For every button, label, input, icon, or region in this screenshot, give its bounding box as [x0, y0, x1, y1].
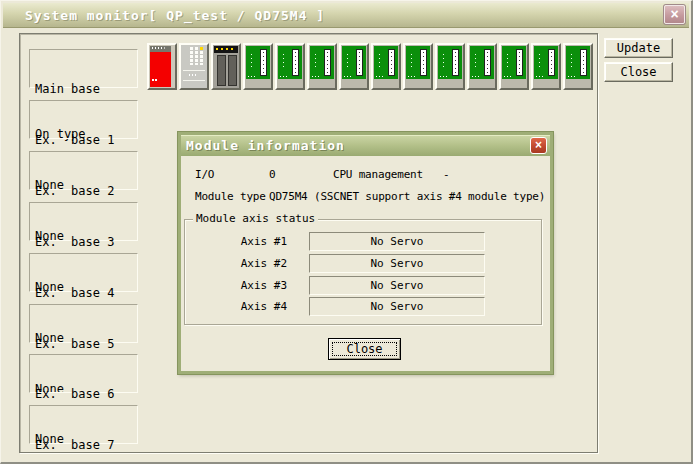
- base-panel-title: Main base: [35, 82, 137, 97]
- io-module-detail: [583, 52, 584, 73]
- power-module-detail: [152, 79, 154, 81]
- io-module-detail: [472, 76, 481, 77]
- io-module-detail: [347, 54, 348, 70]
- io-module-detail: [504, 76, 513, 77]
- io-module-detail: [507, 54, 508, 70]
- group-title: Module axis status: [193, 212, 318, 225]
- base-panel[interactable]: Ex. base 1 None: [29, 100, 138, 139]
- axis-row: Axis #3 No Servo: [185, 276, 541, 296]
- module-slot-io[interactable]: [307, 43, 337, 90]
- io-module-detail: [251, 54, 252, 70]
- module-slot-io[interactable]: [563, 43, 593, 90]
- base-panel[interactable]: Ex. base 4 None: [29, 253, 138, 292]
- io-module-detail: [423, 52, 424, 73]
- close-icon: ×: [665, 6, 684, 22]
- axis-status-field: No Servo: [309, 232, 485, 251]
- io-module-detail: [440, 76, 449, 77]
- axis-status-field: No Servo: [309, 254, 485, 273]
- axis-label: Axis #4: [185, 300, 287, 313]
- io-module-detail: [487, 52, 488, 73]
- cpu-module-detail: [189, 74, 198, 76]
- io-module-detail: [408, 76, 417, 77]
- base-panel[interactable]: Ex. base 6 None: [29, 354, 138, 393]
- io-module-detail: [315, 54, 316, 70]
- axis-label: Axis #2: [185, 257, 287, 270]
- cpu-management-label: CPU management: [333, 168, 423, 181]
- base-panel-title: Ex. base 5: [35, 337, 137, 352]
- io-module-detail: [263, 52, 264, 73]
- qd75-module-detail: [228, 55, 237, 86]
- power-module-detail: [150, 46, 171, 52]
- axis-row: Axis #2 No Servo: [185, 254, 541, 274]
- base-panel[interactable]: Ex. base 3 None: [29, 202, 138, 241]
- io-module-detail: [519, 52, 520, 73]
- io-module-detail: [539, 54, 540, 70]
- module-slot-io[interactable]: [531, 43, 561, 90]
- base-panel-title: Ex. base 7: [35, 438, 137, 453]
- io-module-detail: [568, 76, 577, 77]
- base-panel[interactable]: Ex. base 7 None: [29, 405, 138, 444]
- io-module-detail: [280, 76, 289, 77]
- io-module-detail: [475, 54, 476, 70]
- axis-status-field: No Servo: [309, 276, 485, 295]
- dialog-close-action-button[interactable]: Close: [328, 338, 401, 360]
- system-monitor-window: System monitor[ QP_test / QD75M4 ] × Mai…: [0, 0, 693, 464]
- module-row: [147, 43, 595, 90]
- io-module-detail: [536, 76, 545, 77]
- close-icon: ×: [535, 138, 542, 152]
- module-information-dialog: Module information × I/O 0 CPU managemen…: [178, 132, 553, 374]
- base-panel-title: Ex. base 3: [35, 235, 137, 250]
- io-label: I/O: [195, 168, 214, 181]
- dialog-titlebar[interactable]: Module information ×: [181, 135, 550, 156]
- io-module-detail: [443, 54, 444, 70]
- io-module-detail: [376, 76, 385, 77]
- module-slot-io[interactable]: [435, 43, 465, 90]
- module-type-label: Module type: [195, 190, 266, 203]
- close-button[interactable]: Close: [604, 62, 673, 82]
- base-panel-title: Ex. base 2: [35, 184, 137, 199]
- io-module-detail: [391, 52, 392, 73]
- io-module-detail: [379, 54, 380, 70]
- io-module-detail: [411, 54, 412, 70]
- window-close-button[interactable]: ×: [664, 5, 685, 24]
- axis-row: Axis #4 No Servo: [185, 297, 541, 317]
- io-module-detail: [295, 52, 296, 73]
- io-module-detail: [344, 76, 353, 77]
- io-module-detail: [455, 52, 456, 73]
- module-axis-status-group: Module axis status Axis #1 No Servo Axis…: [184, 219, 542, 325]
- base-panel[interactable]: Main base Qn type: [29, 49, 138, 88]
- cpu-module-detail: [200, 47, 203, 50]
- axis-label: Axis #1: [185, 235, 287, 248]
- axis-row: Axis #1 No Servo: [185, 232, 541, 252]
- io-value: 0: [269, 168, 275, 181]
- dialog-close-button[interactable]: ×: [530, 137, 547, 154]
- axis-label: Axis #3: [185, 279, 287, 292]
- io-module-detail: [571, 54, 572, 70]
- module-slot-io[interactable]: [499, 43, 529, 90]
- dialog-body: I/O 0 CPU management - Module type QD75M…: [181, 156, 550, 371]
- window-title: System monitor[ QP_test / QD75M4 ]: [3, 8, 325, 23]
- base-panel[interactable]: Ex. base 2 None: [29, 151, 138, 190]
- module-slot-cpu[interactable]: [179, 43, 209, 90]
- module-type-value: QD75M4 (SSCNET support axis #4 module ty…: [269, 190, 545, 203]
- base-panel-title: Ex. base 6: [35, 387, 137, 402]
- dialog-title: Module information: [181, 138, 345, 153]
- io-module-detail: [283, 54, 284, 70]
- window-titlebar[interactable]: System monitor[ QP_test / QD75M4 ] ×: [3, 3, 689, 28]
- module-slot-io[interactable]: [467, 43, 497, 90]
- io-module-detail: [327, 52, 328, 73]
- io-module-detail: [248, 76, 257, 77]
- module-slot-power[interactable]: [147, 43, 177, 90]
- module-slot-qd75[interactable]: [211, 43, 241, 90]
- module-slot-io[interactable]: [371, 43, 401, 90]
- module-slot-io[interactable]: [339, 43, 369, 90]
- base-panel[interactable]: Ex. base 5 None: [29, 304, 138, 343]
- qd75-module-detail: [216, 48, 233, 50]
- base-panel-title: Ex. base 4: [35, 286, 137, 301]
- module-slot-io[interactable]: [275, 43, 305, 90]
- update-button[interactable]: Update: [604, 38, 673, 58]
- io-module-detail: [312, 76, 321, 77]
- module-slot-io[interactable]: [403, 43, 433, 90]
- io-module-detail: [359, 52, 360, 73]
- module-slot-io[interactable]: [243, 43, 273, 90]
